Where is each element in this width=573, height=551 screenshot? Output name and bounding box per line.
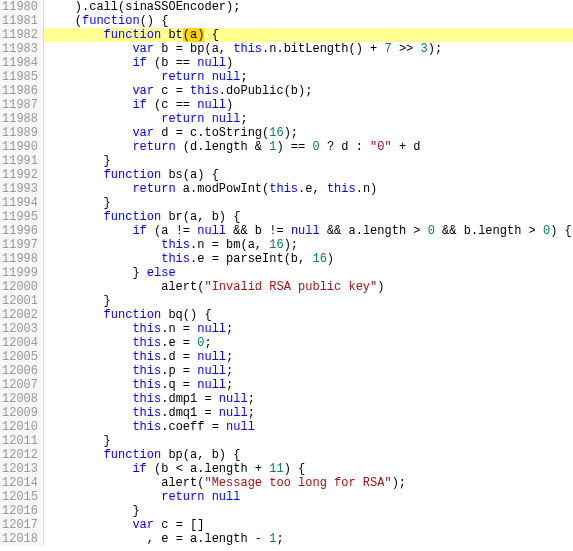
code-line[interactable]: this.q = null; bbox=[44, 378, 573, 392]
line-number: 11991 bbox=[2, 154, 37, 168]
token-v: && a.length > bbox=[320, 224, 428, 238]
token-k: null bbox=[226, 420, 255, 434]
token-n: 16 bbox=[269, 126, 283, 140]
token-v: a.modPowInt( bbox=[183, 182, 269, 196]
code-line[interactable]: function bt(a) { bbox=[44, 28, 573, 42]
token-k: var bbox=[132, 84, 161, 98]
code-line[interactable]: return a.modPowInt(this.e, this.n) bbox=[44, 182, 573, 196]
code-line[interactable]: this.dmq1 = null; bbox=[44, 406, 573, 420]
token-k: this bbox=[132, 364, 161, 378]
token-n: 7 bbox=[384, 42, 391, 56]
token-o: { bbox=[204, 28, 218, 42]
token-k: this bbox=[233, 42, 262, 56]
line-number: 12011 bbox=[2, 434, 37, 448]
token-f: bt bbox=[168, 28, 182, 42]
code-line[interactable]: if (c == null) bbox=[44, 98, 573, 112]
code-line[interactable]: this.n = null; bbox=[44, 322, 573, 336]
line-number: 11983 bbox=[2, 42, 37, 56]
token-o: () { bbox=[140, 14, 169, 28]
token-v: b = bp(a, bbox=[161, 42, 233, 56]
code-line[interactable]: alert("Invalid RSA public key") bbox=[44, 280, 573, 294]
code-line[interactable]: this.dmp1 = null; bbox=[44, 392, 573, 406]
code-line[interactable]: var c = this.doPublic(b); bbox=[44, 84, 573, 98]
token-o: ); bbox=[284, 238, 298, 252]
token-n: 0 bbox=[428, 224, 435, 238]
token-n: 16 bbox=[312, 252, 326, 266]
token-v: alert( bbox=[161, 280, 204, 294]
code-line[interactable]: (function() { bbox=[44, 14, 573, 28]
token-v: bs(a) { bbox=[168, 168, 218, 182]
token-o: ) { bbox=[550, 224, 572, 238]
token-o: } bbox=[132, 504, 139, 518]
token-v: .e = parseInt(b, bbox=[190, 252, 312, 266]
code-line[interactable]: return null; bbox=[44, 70, 573, 84]
line-number: 11981 bbox=[2, 14, 37, 28]
code-line[interactable]: var d = c.toString(16); bbox=[44, 126, 573, 140]
line-number: 11984 bbox=[2, 56, 37, 70]
code-editor[interactable]: 1198011981119821198311984119851198611987… bbox=[0, 0, 573, 546]
code-line[interactable]: } bbox=[44, 294, 573, 308]
line-number: 12010 bbox=[2, 420, 37, 434]
token-o: ) bbox=[327, 252, 334, 266]
code-line[interactable]: var b = bp(a, this.n.bitLength() + 7 >> … bbox=[44, 42, 573, 56]
code-line[interactable]: , e = a.length - 1; bbox=[44, 532, 573, 546]
code-line[interactable]: } bbox=[44, 434, 573, 448]
code-line[interactable]: if (b < a.length + 11) { bbox=[44, 462, 573, 476]
code-line[interactable]: function bq() { bbox=[44, 308, 573, 322]
code-line[interactable]: ).call(sinaSSOEncoder); bbox=[44, 0, 573, 14]
token-v: br(a, b) { bbox=[168, 210, 240, 224]
token-o: ; bbox=[276, 532, 283, 546]
line-number: 12015 bbox=[2, 490, 37, 504]
token-o: ( bbox=[75, 14, 82, 28]
token-o: ). bbox=[75, 0, 89, 14]
token-s: "Invalid RSA public key" bbox=[204, 280, 377, 294]
code-line[interactable]: } bbox=[44, 154, 573, 168]
token-k: this bbox=[161, 252, 190, 266]
code-content[interactable]: ).call(sinaSSOEncoder); (function() { fu… bbox=[44, 0, 573, 546]
token-v: .n) bbox=[356, 182, 378, 196]
line-number: 12009 bbox=[2, 406, 37, 420]
token-o: ; bbox=[204, 336, 211, 350]
line-number: 11987 bbox=[2, 98, 37, 112]
code-line[interactable]: function bs(a) { bbox=[44, 168, 573, 182]
line-number: 11986 bbox=[2, 84, 37, 98]
code-line[interactable]: this.d = null; bbox=[44, 350, 573, 364]
token-s: "Message too long for RSA" bbox=[204, 476, 391, 490]
code-line[interactable]: } bbox=[44, 504, 573, 518]
line-number: 11997 bbox=[2, 238, 37, 252]
code-line[interactable]: this.e = 0; bbox=[44, 336, 573, 350]
token-k: if bbox=[132, 224, 154, 238]
line-number: 12017 bbox=[2, 518, 37, 532]
code-line[interactable]: if (b == null) bbox=[44, 56, 573, 70]
code-line[interactable]: alert("Message too long for RSA"); bbox=[44, 476, 573, 490]
code-line[interactable]: return (d.length & 1) == 0 ? d : "0" + d bbox=[44, 140, 573, 154]
token-o: ) bbox=[226, 56, 233, 70]
code-line[interactable]: } bbox=[44, 196, 573, 210]
code-line[interactable]: this.p = null; bbox=[44, 364, 573, 378]
code-line[interactable]: return null bbox=[44, 490, 573, 504]
code-line[interactable]: this.coeff = null bbox=[44, 420, 573, 434]
line-number: 12016 bbox=[2, 504, 37, 518]
token-v: .coeff = bbox=[161, 420, 226, 434]
code-line[interactable]: if (a != null && b != null && a.length >… bbox=[44, 224, 573, 238]
token-v: alert( bbox=[161, 476, 204, 490]
code-line[interactable]: function br(a, b) { bbox=[44, 210, 573, 224]
code-line[interactable]: function bp(a, b) { bbox=[44, 448, 573, 462]
code-line[interactable]: this.e = parseInt(b, 16) bbox=[44, 252, 573, 266]
token-k: this bbox=[132, 406, 161, 420]
token-v: .e = bbox=[161, 336, 197, 350]
code-line[interactable]: return null; bbox=[44, 112, 573, 126]
token-v: .n = bm(a, bbox=[190, 238, 269, 252]
line-number: 11998 bbox=[2, 252, 37, 266]
token-v: (a != bbox=[154, 224, 197, 238]
line-number: 11995 bbox=[2, 210, 37, 224]
token-v: + d bbox=[392, 140, 421, 154]
token-v: (d.length & bbox=[183, 140, 269, 154]
code-line[interactable]: var c = [] bbox=[44, 518, 573, 532]
code-line[interactable]: } else bbox=[44, 266, 573, 280]
line-number: 12005 bbox=[2, 350, 37, 364]
token-k: var bbox=[132, 518, 161, 532]
token-k: else bbox=[147, 266, 176, 280]
code-line[interactable]: this.n = bm(a, 16); bbox=[44, 238, 573, 252]
token-k: null bbox=[197, 378, 226, 392]
